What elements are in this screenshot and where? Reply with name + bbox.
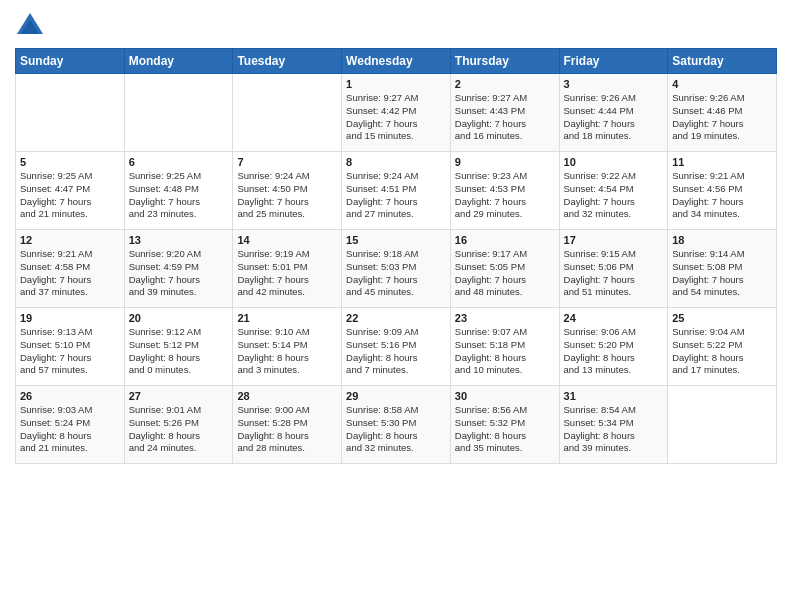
calendar-cell: 16Sunrise: 9:17 AM Sunset: 5:05 PM Dayli… [450, 230, 559, 308]
day-number: 19 [20, 312, 120, 324]
cell-content: Sunrise: 9:18 AM Sunset: 5:03 PM Dayligh… [346, 248, 446, 299]
week-row-2: 12Sunrise: 9:21 AM Sunset: 4:58 PM Dayli… [16, 230, 777, 308]
day-number: 5 [20, 156, 120, 168]
day-number: 2 [455, 78, 555, 90]
calendar-cell: 13Sunrise: 9:20 AM Sunset: 4:59 PM Dayli… [124, 230, 233, 308]
day-number: 6 [129, 156, 229, 168]
cell-content: Sunrise: 9:10 AM Sunset: 5:14 PM Dayligh… [237, 326, 337, 377]
calendar-cell: 22Sunrise: 9:09 AM Sunset: 5:16 PM Dayli… [342, 308, 451, 386]
calendar-cell [16, 74, 125, 152]
cell-content: Sunrise: 9:15 AM Sunset: 5:06 PM Dayligh… [564, 248, 664, 299]
logo-icon [15, 10, 45, 40]
calendar-cell: 6Sunrise: 9:25 AM Sunset: 4:48 PM Daylig… [124, 152, 233, 230]
cell-content: Sunrise: 9:03 AM Sunset: 5:24 PM Dayligh… [20, 404, 120, 455]
week-row-3: 19Sunrise: 9:13 AM Sunset: 5:10 PM Dayli… [16, 308, 777, 386]
cell-content: Sunrise: 9:00 AM Sunset: 5:28 PM Dayligh… [237, 404, 337, 455]
calendar-cell [668, 386, 777, 464]
day-number: 18 [672, 234, 772, 246]
cell-content: Sunrise: 9:19 AM Sunset: 5:01 PM Dayligh… [237, 248, 337, 299]
cell-content: Sunrise: 9:25 AM Sunset: 4:48 PM Dayligh… [129, 170, 229, 221]
cell-content: Sunrise: 8:58 AM Sunset: 5:30 PM Dayligh… [346, 404, 446, 455]
day-number: 8 [346, 156, 446, 168]
cell-content: Sunrise: 9:23 AM Sunset: 4:53 PM Dayligh… [455, 170, 555, 221]
day-number: 9 [455, 156, 555, 168]
cell-content: Sunrise: 9:27 AM Sunset: 4:43 PM Dayligh… [455, 92, 555, 143]
week-row-4: 26Sunrise: 9:03 AM Sunset: 5:24 PM Dayli… [16, 386, 777, 464]
calendar-cell: 3Sunrise: 9:26 AM Sunset: 4:44 PM Daylig… [559, 74, 668, 152]
header-day-saturday: Saturday [668, 49, 777, 74]
calendar-cell: 23Sunrise: 9:07 AM Sunset: 5:18 PM Dayli… [450, 308, 559, 386]
cell-content: Sunrise: 9:07 AM Sunset: 5:18 PM Dayligh… [455, 326, 555, 377]
day-number: 28 [237, 390, 337, 402]
calendar-cell: 14Sunrise: 9:19 AM Sunset: 5:01 PM Dayli… [233, 230, 342, 308]
calendar-cell: 20Sunrise: 9:12 AM Sunset: 5:12 PM Dayli… [124, 308, 233, 386]
cell-content: Sunrise: 9:26 AM Sunset: 4:46 PM Dayligh… [672, 92, 772, 143]
cell-content: Sunrise: 9:22 AM Sunset: 4:54 PM Dayligh… [564, 170, 664, 221]
calendar-cell: 17Sunrise: 9:15 AM Sunset: 5:06 PM Dayli… [559, 230, 668, 308]
cell-content: Sunrise: 9:14 AM Sunset: 5:08 PM Dayligh… [672, 248, 772, 299]
cell-content: Sunrise: 8:54 AM Sunset: 5:34 PM Dayligh… [564, 404, 664, 455]
cell-content: Sunrise: 9:12 AM Sunset: 5:12 PM Dayligh… [129, 326, 229, 377]
day-number: 10 [564, 156, 664, 168]
day-number: 27 [129, 390, 229, 402]
calendar-cell: 2Sunrise: 9:27 AM Sunset: 4:43 PM Daylig… [450, 74, 559, 152]
day-number: 11 [672, 156, 772, 168]
cell-content: Sunrise: 9:27 AM Sunset: 4:42 PM Dayligh… [346, 92, 446, 143]
day-number: 31 [564, 390, 664, 402]
calendar-body: 1Sunrise: 9:27 AM Sunset: 4:42 PM Daylig… [16, 74, 777, 464]
header-day-sunday: Sunday [16, 49, 125, 74]
header-day-friday: Friday [559, 49, 668, 74]
header-row: SundayMondayTuesdayWednesdayThursdayFrid… [16, 49, 777, 74]
page-container: SundayMondayTuesdayWednesdayThursdayFrid… [0, 0, 792, 612]
calendar-cell: 31Sunrise: 8:54 AM Sunset: 5:34 PM Dayli… [559, 386, 668, 464]
day-number: 25 [672, 312, 772, 324]
calendar-cell: 24Sunrise: 9:06 AM Sunset: 5:20 PM Dayli… [559, 308, 668, 386]
week-row-0: 1Sunrise: 9:27 AM Sunset: 4:42 PM Daylig… [16, 74, 777, 152]
calendar-cell: 21Sunrise: 9:10 AM Sunset: 5:14 PM Dayli… [233, 308, 342, 386]
day-number: 23 [455, 312, 555, 324]
calendar-cell: 26Sunrise: 9:03 AM Sunset: 5:24 PM Dayli… [16, 386, 125, 464]
calendar-cell: 18Sunrise: 9:14 AM Sunset: 5:08 PM Dayli… [668, 230, 777, 308]
calendar-table: SundayMondayTuesdayWednesdayThursdayFrid… [15, 48, 777, 464]
cell-content: Sunrise: 9:21 AM Sunset: 4:56 PM Dayligh… [672, 170, 772, 221]
day-number: 26 [20, 390, 120, 402]
cell-content: Sunrise: 9:25 AM Sunset: 4:47 PM Dayligh… [20, 170, 120, 221]
calendar-cell: 30Sunrise: 8:56 AM Sunset: 5:32 PM Dayli… [450, 386, 559, 464]
day-number: 14 [237, 234, 337, 246]
day-number: 29 [346, 390, 446, 402]
header-day-tuesday: Tuesday [233, 49, 342, 74]
cell-content: Sunrise: 9:04 AM Sunset: 5:22 PM Dayligh… [672, 326, 772, 377]
calendar-header: SundayMondayTuesdayWednesdayThursdayFrid… [16, 49, 777, 74]
logo [15, 10, 48, 40]
week-row-1: 5Sunrise: 9:25 AM Sunset: 4:47 PM Daylig… [16, 152, 777, 230]
day-number: 30 [455, 390, 555, 402]
day-number: 22 [346, 312, 446, 324]
day-number: 24 [564, 312, 664, 324]
calendar-cell: 5Sunrise: 9:25 AM Sunset: 4:47 PM Daylig… [16, 152, 125, 230]
calendar-cell: 27Sunrise: 9:01 AM Sunset: 5:26 PM Dayli… [124, 386, 233, 464]
calendar-cell: 10Sunrise: 9:22 AM Sunset: 4:54 PM Dayli… [559, 152, 668, 230]
day-number: 20 [129, 312, 229, 324]
cell-content: Sunrise: 9:26 AM Sunset: 4:44 PM Dayligh… [564, 92, 664, 143]
day-number: 16 [455, 234, 555, 246]
calendar-cell: 8Sunrise: 9:24 AM Sunset: 4:51 PM Daylig… [342, 152, 451, 230]
calendar-cell: 7Sunrise: 9:24 AM Sunset: 4:50 PM Daylig… [233, 152, 342, 230]
day-number: 1 [346, 78, 446, 90]
calendar-cell: 19Sunrise: 9:13 AM Sunset: 5:10 PM Dayli… [16, 308, 125, 386]
calendar-cell: 1Sunrise: 9:27 AM Sunset: 4:42 PM Daylig… [342, 74, 451, 152]
day-number: 21 [237, 312, 337, 324]
day-number: 15 [346, 234, 446, 246]
calendar-cell: 28Sunrise: 9:00 AM Sunset: 5:28 PM Dayli… [233, 386, 342, 464]
calendar-cell: 29Sunrise: 8:58 AM Sunset: 5:30 PM Dayli… [342, 386, 451, 464]
day-number: 13 [129, 234, 229, 246]
calendar-cell [233, 74, 342, 152]
day-number: 12 [20, 234, 120, 246]
header-day-wednesday: Wednesday [342, 49, 451, 74]
cell-content: Sunrise: 9:24 AM Sunset: 4:50 PM Dayligh… [237, 170, 337, 221]
cell-content: Sunrise: 9:21 AM Sunset: 4:58 PM Dayligh… [20, 248, 120, 299]
day-number: 17 [564, 234, 664, 246]
cell-content: Sunrise: 9:06 AM Sunset: 5:20 PM Dayligh… [564, 326, 664, 377]
header [15, 10, 777, 40]
calendar-cell: 15Sunrise: 9:18 AM Sunset: 5:03 PM Dayli… [342, 230, 451, 308]
header-day-thursday: Thursday [450, 49, 559, 74]
